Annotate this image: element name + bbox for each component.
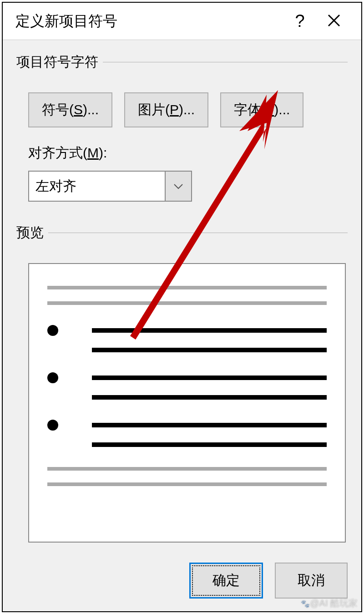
preview-line xyxy=(47,467,327,471)
watermark: 🐾@AI 酷玩家 xyxy=(301,597,358,609)
preview-line xyxy=(92,348,327,352)
preview-line xyxy=(47,301,327,305)
ok-button[interactable]: 确定 xyxy=(189,563,263,599)
symbol-button[interactable]: 符号(S)... xyxy=(28,92,112,127)
preview-line xyxy=(92,376,327,380)
preview-line xyxy=(92,423,327,427)
preview-section-header: 预览 xyxy=(16,223,348,247)
preview-bullet-item xyxy=(47,442,327,447)
bullet-icon xyxy=(47,325,58,336)
define-new-bullet-dialog: 定义新项目符号 ? 项目符号字符 符号(S)... 图片(P)... 字体(F)… xyxy=(2,2,362,612)
preview-bullet-item xyxy=(47,395,327,400)
bullet-char-label: 项目符号字符 xyxy=(16,53,98,71)
alignment-label: 对齐方式(M): xyxy=(16,144,348,162)
button-row: 符号(S)... 图片(P)... 字体(F)... xyxy=(16,92,348,127)
cancel-button[interactable]: 取消 xyxy=(275,563,348,599)
preview-line xyxy=(92,442,327,447)
alignment-select[interactable]: 左对齐 xyxy=(28,171,192,202)
preview-line xyxy=(47,286,327,289)
preview-box xyxy=(28,263,346,543)
close-icon xyxy=(327,13,341,28)
bullet-char-section-header: 项目符号字符 xyxy=(16,53,348,76)
titlebar: 定义新项目符号 ? xyxy=(3,3,361,40)
font-button[interactable]: 字体(F)... xyxy=(220,92,303,127)
bullet-icon xyxy=(47,420,58,431)
alignment-value: 左对齐 xyxy=(29,177,165,196)
preview-bullet-item xyxy=(47,348,327,352)
preview-line xyxy=(92,328,327,333)
close-button[interactable] xyxy=(316,13,352,30)
divider xyxy=(48,233,348,233)
picture-button[interactable]: 图片(P)... xyxy=(124,92,208,127)
help-button[interactable]: ? xyxy=(284,11,316,31)
preview-bullet-item xyxy=(47,420,327,431)
bullet-icon xyxy=(47,372,58,383)
preview-line xyxy=(92,395,327,400)
chevron-down-icon xyxy=(165,172,191,201)
dialog-body: 项目符号字符 符号(S)... 图片(P)... 字体(F)... 对齐方式(M… xyxy=(3,40,361,552)
preview-bullet-item xyxy=(47,372,327,383)
preview-label: 预览 xyxy=(16,223,44,242)
divider xyxy=(103,62,348,62)
preview-bullet-item xyxy=(47,325,327,336)
preview-line xyxy=(47,482,327,486)
dialog-title: 定义新项目符号 xyxy=(15,11,284,31)
